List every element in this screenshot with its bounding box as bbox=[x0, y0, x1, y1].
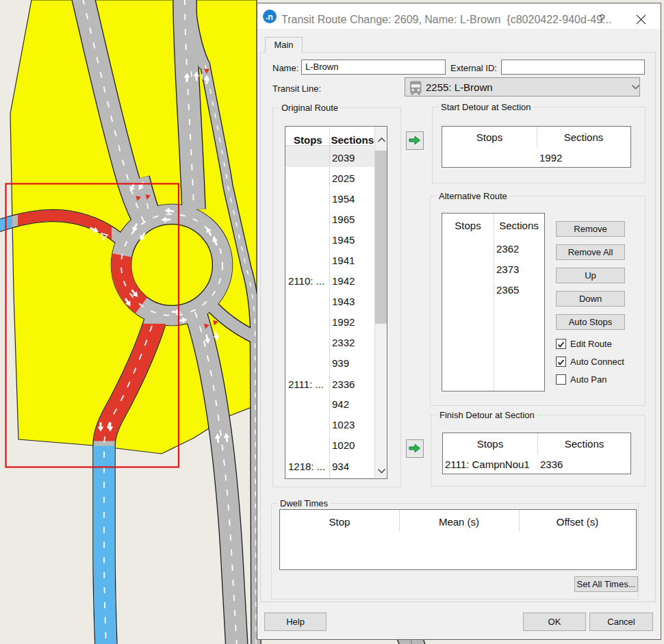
svg-text:n: n bbox=[268, 12, 273, 22]
